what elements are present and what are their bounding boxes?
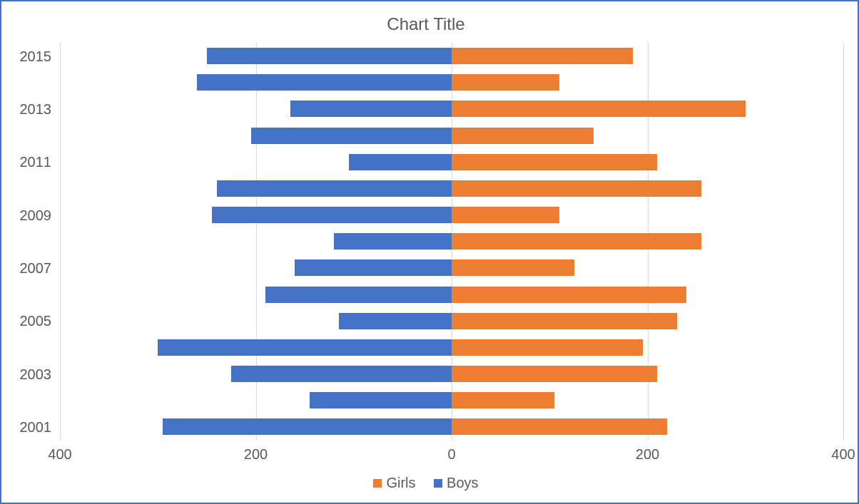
bar-row-2006 (60, 287, 843, 303)
chart-title: Chart Title (9, 9, 843, 43)
y-tick-2007: 2007 (20, 259, 52, 276)
bar-girls-2004 (452, 339, 643, 356)
chart-container: Chart Title 2001200320052007200920112013… (0, 0, 859, 504)
bar-boys-2005 (339, 313, 452, 329)
bar-girls-2001 (452, 418, 667, 435)
bar-boys-2004 (158, 339, 452, 356)
y-tick-2015: 2015 (20, 48, 52, 64)
bar-row-2013 (60, 101, 843, 117)
x-tick: 0 (447, 446, 455, 463)
bar-row-2011 (60, 154, 843, 170)
legend: Girls Boys (9, 468, 843, 496)
bar-boys-2013 (290, 101, 452, 117)
bar-girls-2008 (452, 233, 701, 250)
x-tick: 200 (244, 446, 268, 463)
y-tick-2001: 2001 (20, 418, 52, 435)
plot-area (60, 43, 843, 441)
bars-layer (60, 43, 843, 441)
gridline (843, 43, 844, 441)
bar-boys-2002 (310, 392, 452, 408)
bar-row-2008 (60, 233, 843, 250)
bar-row-2003 (60, 366, 843, 382)
y-tick-2009: 2009 (20, 207, 52, 223)
bar-girls-2014 (452, 74, 559, 91)
bar-row-2004 (60, 339, 843, 356)
bar-girls-2002 (452, 392, 554, 408)
legend-label-boys: Boys (447, 475, 478, 491)
bar-girls-2003 (452, 366, 657, 382)
y-tick-2003: 2003 (20, 366, 52, 382)
bar-row-2010 (60, 180, 843, 197)
bar-girls-2005 (452, 313, 677, 329)
bar-girls-2010 (452, 180, 701, 197)
bar-boys-2009 (212, 207, 452, 223)
bar-boys-2007 (295, 259, 452, 276)
square-icon (434, 479, 442, 488)
bar-girls-2011 (452, 154, 657, 170)
bar-boys-2011 (349, 154, 452, 170)
square-icon (373, 479, 382, 488)
bar-girls-2009 (452, 207, 559, 223)
x-tick: 400 (48, 446, 71, 463)
bar-boys-2012 (251, 128, 452, 144)
y-tick-2013: 2013 (20, 101, 52, 117)
bar-girls-2012 (452, 128, 594, 144)
bar-boys-2008 (334, 233, 452, 250)
bar-row-2001 (60, 418, 843, 435)
legend-label-girls: Girls (386, 475, 415, 491)
bar-girls-2015 (452, 48, 633, 64)
bar-row-2007 (60, 259, 843, 276)
x-axis: 4002000200400 (60, 441, 843, 468)
bar-boys-2014 (197, 74, 452, 91)
bar-girls-2013 (452, 101, 746, 117)
bar-row-2002 (60, 392, 843, 408)
bar-row-2005 (60, 313, 843, 329)
bar-boys-2003 (231, 366, 452, 382)
bar-girls-2006 (452, 287, 686, 303)
x-tick: 200 (636, 446, 659, 463)
bar-row-2009 (60, 207, 843, 223)
bar-row-2012 (60, 128, 843, 144)
bar-boys-2006 (265, 287, 452, 303)
y-axis: 20012003200520072009201120132015 (9, 43, 60, 441)
legend-item-boys: Boys (434, 475, 478, 491)
legend-item-girls: Girls (373, 475, 415, 491)
bar-boys-2015 (207, 48, 452, 64)
bar-row-2015 (60, 48, 843, 64)
bar-girls-2007 (452, 259, 574, 276)
bar-row-2014 (60, 74, 843, 91)
bar-boys-2010 (217, 180, 452, 197)
y-tick-2005: 2005 (20, 313, 52, 329)
plot-area-wrap: 20012003200520072009201120132015 (9, 43, 843, 441)
y-tick-2011: 2011 (20, 154, 52, 170)
x-tick: 400 (831, 446, 855, 463)
bar-boys-2001 (163, 418, 452, 435)
